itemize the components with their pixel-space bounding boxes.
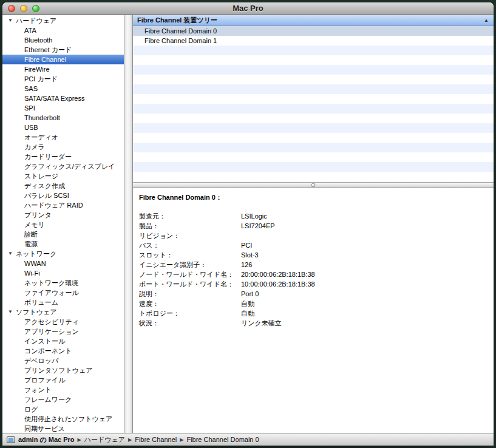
disclosure-triangle-icon[interactable]: ▼ <box>8 307 16 317</box>
sidebar-item[interactable]: 診断 <box>2 229 124 239</box>
sidebar-item-label: グラフィックス/ディスプレイ <box>24 162 115 171</box>
sidebar-item-label: メモリ <box>24 220 45 229</box>
minimize-button[interactable] <box>20 5 27 12</box>
detail-field-label: 状況： <box>139 318 241 328</box>
splitter-grip-icon <box>311 183 316 188</box>
sidebar-item-label: カメラ <box>24 143 45 152</box>
sidebar-item[interactable]: Bluetooth <box>2 35 124 45</box>
device-tree-header-label: Fibre Channel 装置ツリー <box>137 16 217 25</box>
sidebar-item[interactable]: ▼ ハードウェア <box>2 16 124 25</box>
sidebar-item[interactable]: SAS <box>2 84 124 93</box>
sidebar-item[interactable]: プリンタソフトウェア <box>2 365 124 375</box>
sidebar-item[interactable]: オーディオ <box>2 132 124 142</box>
sidebar-item-label: SAS <box>24 85 38 92</box>
sidebar-item[interactable]: ネットワーク環境 <box>2 278 124 288</box>
sidebar-item[interactable]: プロファイル <box>2 375 124 385</box>
breadcrumb-separator-icon: ▶ <box>78 437 81 443</box>
details-fields: 製造元： LSILogic 製品： LSI7204EP リビジョン： <box>139 211 494 328</box>
sidebar-item-label: パラレル SCSI <box>24 191 69 200</box>
pane-splitter[interactable] <box>133 182 494 188</box>
sidebar-item[interactable]: ▼ ソフトウェア <box>2 307 124 317</box>
sidebar-item-label: ボリューム <box>24 298 58 307</box>
sidebar-item[interactable]: 電源 <box>2 239 124 249</box>
sidebar-item-label: ネットワーク環境 <box>24 279 78 288</box>
sidebar-item[interactable]: USB <box>2 123 124 132</box>
sidebar-item-label: WWAN <box>24 260 46 267</box>
sidebar-item[interactable]: SATA/SATA Express <box>2 93 124 103</box>
detail-field-row: ポート・ワールド・ワイド名： 10:00:00:06:2B:18:1B:38 <box>139 279 494 289</box>
sidebar-item[interactable]: アクセシビリティ <box>2 317 124 327</box>
detail-field-label: 製品： <box>139 221 241 231</box>
disclosure-triangle-icon[interactable]: ▼ <box>8 16 16 25</box>
device-tree-row[interactable]: Fibre Channel Domain 1 <box>133 36 494 46</box>
sidebar-scrollbar[interactable] <box>124 15 133 433</box>
detail-field-label: ポート・ワールド・ワイド名： <box>139 279 241 289</box>
sidebar-item[interactable]: PCI カード <box>2 74 124 84</box>
sidebar-item-label: アプリケーション <box>24 327 79 336</box>
zoom-button[interactable] <box>32 5 39 12</box>
device-tree-row[interactable]: Fibre Channel Domain 0 <box>133 26 494 36</box>
sidebar-item[interactable]: 同期サービス <box>2 424 124 433</box>
sidebar-item[interactable]: ボリューム <box>2 297 124 307</box>
device-tree-row-label: Fibre Channel Domain 0 <box>144 27 217 35</box>
sidebar-item[interactable]: Fibre Channel <box>2 55 124 64</box>
sidebar-item[interactable]: ストレージ <box>2 171 124 181</box>
close-button[interactable] <box>8 5 15 12</box>
detail-field-row: リビジョン： <box>139 231 494 240</box>
detail-field-row: 説明： Port 0 <box>139 289 494 299</box>
sidebar-item-label: SATA/SATA Express <box>24 95 84 102</box>
sidebar-item-label: Ethernet カード <box>24 46 72 55</box>
detail-field-row: イニシエータ識別子： 126 <box>139 260 494 270</box>
details-pane: Fibre Channel Domain 0： 製造元： LSILogic 製品… <box>133 188 494 433</box>
sidebar-item[interactable]: フォント <box>2 385 124 395</box>
computer-icon <box>7 436 15 443</box>
sidebar-item-label: フォント <box>24 385 52 395</box>
sidebar-item[interactable]: カメラ <box>2 142 124 152</box>
status-bar: admin の Mac Pro ▶ ハードウェア ▶ Fibre Channel… <box>2 433 494 446</box>
detail-field-label: 説明： <box>139 289 241 299</box>
sidebar-item[interactable]: Thunderbolt <box>2 113 124 123</box>
window-controls <box>8 5 39 12</box>
sidebar-item[interactable]: カードリーダー <box>2 152 124 161</box>
sidebar-item[interactable]: グラフィックス/ディスプレイ <box>2 161 124 171</box>
sidebar-item-label: 診断 <box>24 230 38 239</box>
sidebar-item-label: アクセシビリティ <box>24 317 79 327</box>
breadcrumb: admin の Mac Pro ▶ ハードウェア ▶ Fibre Channel… <box>18 435 259 444</box>
sidebar-item-label: Wi-Fi <box>24 270 40 277</box>
sidebar-item[interactable]: パラレル SCSI <box>2 191 124 200</box>
sidebar-item[interactable]: デベロッパ <box>2 356 124 365</box>
detail-field-row: 状況： リンク未確立 <box>139 318 494 328</box>
sidebar-item[interactable]: FireWire <box>2 64 124 74</box>
sidebar-item-label: 電源 <box>24 240 38 249</box>
sidebar-item-label: 使用停止されたソフトウェア <box>24 415 112 424</box>
sidebar-item[interactable]: コンポーネント <box>2 346 124 356</box>
sidebar-item[interactable]: Ethernet カード <box>2 45 124 55</box>
sidebar-item[interactable]: ログ <box>2 404 124 414</box>
breadcrumb-item: ▶ Fibre Channel Domain 0 <box>177 436 259 443</box>
sidebar-item[interactable]: インストール <box>2 336 124 346</box>
sidebar-item-label: インストール <box>24 337 65 346</box>
detail-field-value: 126 <box>241 260 252 270</box>
sidebar-item[interactable]: 使用停止されたソフトウェア <box>2 414 124 424</box>
sidebar-item[interactable]: SPI <box>2 103 124 113</box>
sidebar-item[interactable]: ATA <box>2 25 124 35</box>
sidebar-item[interactable]: Wi-Fi <box>2 268 124 278</box>
sidebar-item[interactable]: フレームワーク <box>2 395 124 404</box>
sidebar-item[interactable]: アプリケーション <box>2 327 124 336</box>
disclosure-triangle-icon[interactable]: ▼ <box>8 249 16 259</box>
sort-ascending-icon: ▲ <box>484 18 489 23</box>
sidebar-item[interactable]: WWAN <box>2 259 124 268</box>
sidebar-item-label: Fibre Channel <box>24 56 66 63</box>
detail-field-label: バス： <box>139 240 241 250</box>
sidebar-item[interactable]: プリンタ <box>2 210 124 220</box>
detail-field-value: LSILogic <box>241 211 267 221</box>
detail-field-label: 速度： <box>139 299 241 308</box>
device-tree-header[interactable]: Fibre Channel 装置ツリー ▲ <box>133 15 494 26</box>
sidebar-item[interactable]: ▼ ネットワーク <box>2 249 124 259</box>
titlebar[interactable]: Mac Pro <box>2 2 494 15</box>
sidebar-item[interactable]: ディスク作成 <box>2 181 124 191</box>
sidebar-item[interactable]: メモリ <box>2 220 124 229</box>
sidebar-item[interactable]: ファイアウォール <box>2 288 124 297</box>
device-tree-body: Fibre Channel Domain 0 Fibre Channel Dom… <box>133 26 494 182</box>
sidebar-item[interactable]: ハードウェア RAID <box>2 200 124 210</box>
